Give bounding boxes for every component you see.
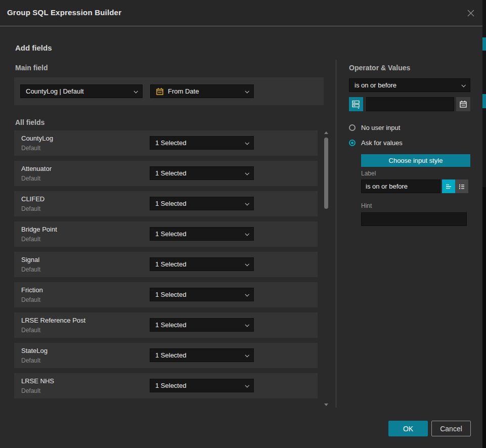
- main-field-select[interactable]: From Date: [150, 84, 254, 98]
- panel-divider: [336, 60, 336, 408]
- field-type: Default: [21, 357, 40, 364]
- cancel-button[interactable]: Cancel: [431, 421, 471, 436]
- select-value: From Date: [168, 87, 199, 95]
- hint-field-label: Hint: [361, 202, 372, 209]
- operator-select[interactable]: is on or before: [349, 78, 470, 92]
- label-input[interactable]: [361, 180, 440, 193]
- add-fields-heading: Add fields: [15, 43, 52, 52]
- field-values-select[interactable]: 1 Selected: [150, 166, 254, 180]
- chevron-down-icon: [245, 171, 249, 175]
- field-values-select[interactable]: 1 Selected: [150, 257, 254, 271]
- choose-input-style-button[interactable]: Choose input style: [361, 154, 470, 167]
- label-style-toggle-group: [442, 180, 468, 193]
- field-row: StateLogDefault1 Selected: [14, 343, 318, 368]
- fields-scrollbar[interactable]: [323, 130, 330, 406]
- scroll-up-icon[interactable]: [324, 131, 328, 134]
- field-name: Friction: [21, 286, 43, 294]
- field-values-select[interactable]: 1 Selected: [150, 288, 254, 301]
- bullet-list-icon: [458, 183, 466, 191]
- scrollbar-thumb[interactable]: [324, 138, 328, 209]
- background-app-edge-dark: [482, 187, 486, 448]
- background-accent-fragment: [482, 94, 486, 108]
- field-name: Bridge Point: [21, 226, 57, 233]
- close-icon: [466, 9, 475, 18]
- chevron-down-icon: [134, 89, 138, 93]
- field-row: LRSE NHSDefault1 Selected: [14, 373, 318, 398]
- field-type: Default: [21, 236, 40, 243]
- radio-no-user-input[interactable]: No user input: [349, 124, 400, 131]
- field-values-select[interactable]: 1 Selected: [150, 197, 254, 210]
- ok-button[interactable]: OK: [388, 421, 428, 436]
- field-name: CLIFED: [21, 195, 45, 203]
- calendar-icon: [156, 87, 164, 96]
- field-type: Default: [21, 387, 40, 394]
- single-value-toggle-button[interactable]: [442, 180, 455, 193]
- select-value: 1 Selected: [155, 139, 186, 147]
- field-row: AttenuatorDefault1 Selected: [14, 161, 318, 186]
- chevron-down-icon: [245, 292, 249, 296]
- date-value-input[interactable]: [366, 97, 454, 111]
- field-name: LRSE Reference Post: [21, 317, 85, 324]
- select-value: 1 Selected: [155, 169, 186, 177]
- main-field-heading: Main field: [15, 64, 48, 72]
- close-button[interactable]: [465, 7, 477, 19]
- select-value: 1 Selected: [155, 291, 186, 298]
- radio-label: No user input: [361, 124, 400, 131]
- field-values-select[interactable]: 1 Selected: [150, 227, 254, 241]
- field-type: Default: [21, 327, 40, 334]
- select-value: 1 Selected: [155, 351, 186, 359]
- select-value: 1 Selected: [155, 200, 186, 207]
- chevron-down-icon: [245, 262, 249, 266]
- chevron-down-icon: [245, 89, 249, 93]
- field-type: Default: [21, 266, 40, 273]
- select-value: 1 Selected: [155, 382, 186, 389]
- main-field-panel: CountyLog | Default From Date: [14, 77, 324, 105]
- input-type-icon: [351, 100, 361, 109]
- chevron-down-icon: [245, 232, 249, 236]
- background-accent-fragment: [482, 37, 486, 51]
- chevron-down-icon: [245, 141, 249, 145]
- select-value: 1 Selected: [155, 321, 186, 329]
- radio-ask-for-values[interactable]: Ask for values: [349, 139, 403, 147]
- chevron-down-icon: [245, 201, 249, 205]
- field-row: SignalDefault1 Selected: [14, 252, 318, 277]
- chevron-down-icon: [245, 353, 249, 357]
- dialog-title: Group SQL Expression Builder: [7, 8, 121, 17]
- dialog-titlebar: Group SQL Expression Builder: [0, 0, 483, 26]
- all-fields-list: CountyLogDefault1 SelectedAttenuatorDefa…: [14, 130, 318, 404]
- multiple-values-toggle-button[interactable]: [455, 180, 468, 193]
- field-values-select[interactable]: 1 Selected: [150, 136, 254, 150]
- input-type-button[interactable]: [349, 97, 363, 111]
- all-fields-heading: All fields: [15, 118, 45, 126]
- field-type: Default: [21, 145, 40, 152]
- radio-icon: [349, 140, 356, 146]
- field-row: FrictionDefault1 Selected: [14, 282, 318, 307]
- chevron-down-icon: [461, 83, 465, 87]
- radio-label: Ask for values: [361, 139, 403, 147]
- field-values-select[interactable]: 1 Selected: [150, 318, 254, 332]
- field-type: Default: [21, 296, 40, 303]
- field-values-select[interactable]: 1 Selected: [150, 379, 254, 392]
- label-field-label: Label: [361, 170, 376, 177]
- field-row: LRSE Reference PostDefault1 Selected: [14, 312, 318, 338]
- background-app-edge: [482, 0, 486, 448]
- field-row: Bridge PointDefault1 Selected: [14, 221, 318, 247]
- field-type: Default: [21, 175, 40, 182]
- chevron-down-icon: [245, 383, 249, 387]
- select-value: CountyLog | Default: [26, 87, 84, 95]
- select-value: 1 Selected: [155, 260, 186, 268]
- hint-input[interactable]: [361, 212, 467, 226]
- chevron-down-icon: [245, 323, 249, 327]
- scroll-down-icon[interactable]: [324, 404, 328, 406]
- field-name: StateLog: [21, 347, 48, 354]
- operator-values-heading: Operator & Values: [349, 64, 410, 72]
- field-name: CountyLog: [21, 135, 53, 142]
- field-values-select[interactable]: 1 Selected: [150, 348, 254, 362]
- date-picker-button[interactable]: [456, 97, 470, 111]
- field-row: CountyLogDefault1 Selected: [14, 130, 318, 156]
- main-layer-select[interactable]: CountyLog | Default: [20, 84, 143, 98]
- align-left-icon: [445, 183, 453, 191]
- select-value: is on or before: [355, 81, 396, 89]
- calendar-icon: [459, 100, 467, 108]
- field-name: Attenuator: [21, 165, 52, 172]
